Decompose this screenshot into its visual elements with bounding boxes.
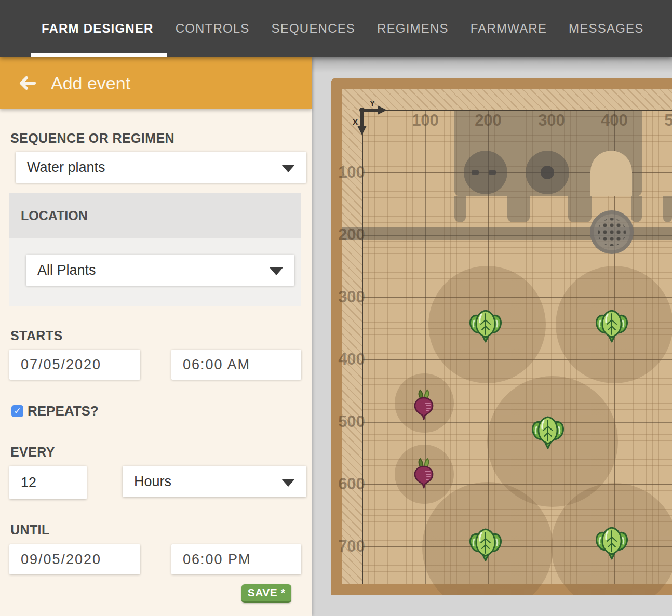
x-axis-tick-label: 400 <box>338 350 365 369</box>
check-icon: ✓ <box>14 406 21 417</box>
spinach-plant-icon[interactable] <box>531 415 565 450</box>
chevron-down-icon <box>281 479 295 487</box>
starts-date-input[interactable]: 07/05/2020 <box>9 350 140 380</box>
until-time-input[interactable]: 06:00 PM <box>171 544 301 574</box>
repeats-checkbox[interactable]: ✓ <box>11 405 23 417</box>
utm-tool-head <box>590 210 634 254</box>
add-event-panel: Add event SEQUENCE OR REGIMEN Water plan… <box>0 57 312 616</box>
y-axis-letter: Y <box>370 99 375 108</box>
tool-slot-weeder[interactable] <box>464 151 507 194</box>
location-section: LOCATION All Plants <box>9 193 301 306</box>
y-axis-tick-label: 200 <box>475 111 502 130</box>
y-axis-tick-label: 300 <box>538 111 565 130</box>
back-arrow-icon[interactable] <box>16 71 39 95</box>
tool-slot-seeder[interactable] <box>526 151 569 194</box>
beet-plant-icon[interactable] <box>412 457 435 489</box>
every-unit-dropdown[interactable]: Hours <box>123 466 306 497</box>
x-axis-letter: X <box>353 117 358 126</box>
starts-time-input[interactable]: 06:00 AM <box>171 350 301 380</box>
nav-item-regimens[interactable]: REGIMENS <box>377 0 449 57</box>
tool-bay-column <box>631 196 642 222</box>
x-axis-tick-label: 600 <box>338 475 365 493</box>
every-value: 12 <box>21 475 36 491</box>
location-label: LOCATION <box>21 208 88 223</box>
top-nav: FARM DESIGNERCONTROLSSEQUENCESREGIMENSFA… <box>0 0 672 57</box>
beet-plant-icon[interactable] <box>412 389 435 421</box>
spinach-plant-icon[interactable] <box>595 309 628 344</box>
y-axis-tick-label: 400 <box>601 111 628 130</box>
seed-trough-slot <box>590 151 632 196</box>
until-label: UNTIL <box>10 523 50 538</box>
x-axis-tick-label: 100 <box>338 163 365 182</box>
location-dropdown[interactable]: All Plants <box>26 255 294 286</box>
location-header: LOCATION <box>9 193 301 238</box>
sequence-value: Water plants <box>27 159 105 176</box>
nav-item-sequences[interactable]: SEQUENCES <box>272 0 356 57</box>
every-value-input[interactable]: 12 <box>9 466 87 499</box>
spinach-plant-icon[interactable] <box>595 526 628 561</box>
chevron-down-icon <box>270 267 283 275</box>
panel-header: Add event <box>0 57 312 109</box>
x-axis-tick-label: 200 <box>338 225 365 244</box>
spinach-plant-icon[interactable] <box>469 309 502 344</box>
y-axis-tick-label: 500 <box>664 111 672 130</box>
tool-bay-column <box>663 196 672 222</box>
sequence-label: SEQUENCE OR REGIMEN <box>10 131 174 146</box>
until-time-value: 06:00 PM <box>183 552 251 568</box>
tool-bay-column <box>568 196 592 222</box>
starts-date-value: 07/05/2020 <box>21 357 101 373</box>
nav-item-messages[interactable]: MESSAGES <box>569 0 643 57</box>
chevron-down-icon <box>281 165 295 172</box>
sequence-dropdown[interactable]: Water plants <box>16 152 306 183</box>
until-date-input[interactable]: 09/05/2020 <box>9 544 140 574</box>
tool-bay-column <box>454 196 466 222</box>
tool-bay-column <box>507 196 530 222</box>
save-button[interactable]: SAVE * <box>241 584 291 603</box>
starts-time-value: 06:00 AM <box>183 357 250 373</box>
every-label: EVERY <box>10 445 55 460</box>
until-date-value: 09/05/2020 <box>21 552 101 568</box>
utm-dot-grid <box>598 218 626 246</box>
repeats-label: REPEATS? <box>28 403 99 419</box>
nav-item-farmware[interactable]: FARMWARE <box>471 0 547 57</box>
starts-label: STARTS <box>10 328 63 343</box>
x-axis-tick-label: 500 <box>338 412 365 431</box>
y-axis-tick-label: 100 <box>412 111 439 130</box>
nav-item-farm-designer[interactable]: FARM DESIGNER <box>42 0 154 57</box>
x-axis-tick-label: 700 <box>338 537 365 556</box>
location-value: All Plants <box>37 262 96 278</box>
page-title: Add event <box>51 73 130 93</box>
map-area: Y X 100200300400500100200300400500600700… <box>312 57 672 616</box>
x-axis-tick-label: 300 <box>338 288 365 306</box>
spinach-plant-icon[interactable] <box>469 527 502 563</box>
nav-item-controls[interactable]: CONTROLS <box>176 0 250 57</box>
every-unit-value: Hours <box>134 474 171 490</box>
garden-bed[interactable]: Y X 100200300400500100200300400500600700… <box>331 78 672 595</box>
